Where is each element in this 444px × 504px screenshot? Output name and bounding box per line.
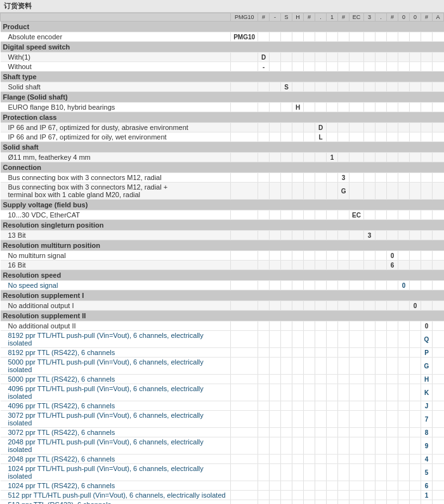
code-cell-col-15: J xyxy=(421,401,433,411)
code-cell-col-14 xyxy=(410,331,421,348)
code-cell-col-9 xyxy=(349,82,364,92)
code-cell-col-2 xyxy=(270,153,281,162)
code-cell-col-12 xyxy=(387,183,398,200)
code-cell-col-12: 6 xyxy=(387,261,398,270)
code-cell-col-0 xyxy=(231,348,258,358)
code-cell-col-4 xyxy=(292,500,304,505)
code-cell-col-9 xyxy=(349,411,364,428)
page: 订货资料 PMG10 # - S H # . 1 # EC 3 . xyxy=(0,0,444,504)
code-cell-col-7 xyxy=(327,301,338,311)
code-cell-col-12 xyxy=(387,62,398,72)
code-cell-col-10 xyxy=(364,428,375,437)
code-cell-col-1 xyxy=(258,231,270,240)
code-cell-col-13 xyxy=(398,153,410,162)
code-cell-col-16 xyxy=(433,411,444,428)
code-cell-col-15 xyxy=(421,153,433,162)
code-cell-col-11 xyxy=(375,123,387,132)
code-cell-col-3 xyxy=(281,231,292,240)
code-cell-col-5 xyxy=(304,384,315,401)
code-cell-col-0 xyxy=(231,428,258,437)
code-cell-col-4 xyxy=(292,123,304,132)
code-cell-col-4 xyxy=(292,464,304,481)
code-cell-col-8 xyxy=(338,251,349,261)
code-cell-col-8 xyxy=(338,464,349,481)
code-cell-col-1 xyxy=(258,491,270,500)
code-cell-col-14 xyxy=(410,321,421,331)
code-cell-col-2 xyxy=(270,62,281,72)
code-cell-col-13 xyxy=(398,53,410,62)
code-cell-col-16 xyxy=(433,384,444,401)
code-cell-col-5 xyxy=(304,491,315,500)
code-cell-col-0 xyxy=(231,301,258,311)
code-cell-col-13 xyxy=(398,437,410,455)
code-cell-col-0 xyxy=(231,281,258,290)
code-cell-col-10 xyxy=(364,358,375,375)
code-cell-col-0 xyxy=(231,82,258,92)
code-cell-col-9 xyxy=(349,153,364,162)
code-cell-col-13: 0 xyxy=(398,281,410,290)
code-cell-col-14 xyxy=(410,261,421,270)
code-cell-col-6 xyxy=(315,173,327,183)
code-cell-col-11 xyxy=(375,210,387,220)
code-cell-col-15 xyxy=(421,132,433,142)
data-table: PMG10 # - S H # . 1 # EC 3 . # 0 0 # A xyxy=(0,13,444,504)
code-cell-col-13 xyxy=(398,411,410,428)
code-cell-col-16 xyxy=(433,153,444,162)
code-cell-col-1 xyxy=(258,82,270,92)
code-cell-col-13 xyxy=(398,173,410,183)
code-cell-col-10 xyxy=(364,261,375,270)
row-label: No multiturn signal xyxy=(1,251,231,261)
code-cell-col-4 xyxy=(292,481,304,491)
code-cell-col-3 xyxy=(281,428,292,437)
code-cell-col-13 xyxy=(398,210,410,220)
code-cell-col-1 xyxy=(258,384,270,401)
row-label: 2048 ppr TTL (RS422), 6 channels xyxy=(1,455,231,464)
code-cell-col-2 xyxy=(270,411,281,428)
page-title: 订货资料 xyxy=(0,0,444,13)
code-cell-col-11 xyxy=(375,301,387,311)
code-cell-col-3 xyxy=(281,500,292,505)
code-cell-col-16 xyxy=(433,231,444,240)
code-cell-col-9: EC xyxy=(349,210,364,220)
code-cell-col-4 xyxy=(292,437,304,455)
code-cell-col-9 xyxy=(349,261,364,270)
table-row: 3072 ppr TTL (RS422), 6 channels8 xyxy=(1,428,444,437)
code-cell-col-14 xyxy=(410,210,421,220)
code-cell-col-9 xyxy=(349,401,364,411)
code-cell-col-6 xyxy=(315,53,327,62)
code-cell-col-5 xyxy=(304,173,315,183)
code-cell-col-12 xyxy=(387,231,398,240)
code-cell-col-2 xyxy=(270,173,281,183)
row-label: 2048 ppr TTL/HTL push-pull (Vin=Vout), 6… xyxy=(1,437,231,455)
table-row: No additional output II0 xyxy=(1,321,444,331)
code-cell-col-12 xyxy=(387,331,398,348)
code-cell-col-4 xyxy=(292,183,304,200)
code-cell-col-10 xyxy=(364,153,375,162)
code-cell-col-12 xyxy=(387,123,398,132)
col-header-12: # xyxy=(387,13,398,22)
code-cell-col-4 xyxy=(292,210,304,220)
row-label: No additional output II xyxy=(1,321,231,331)
code-cell-col-1 xyxy=(258,464,270,481)
code-cell-col-9 xyxy=(349,375,364,384)
code-cell-col-2 xyxy=(270,32,281,42)
code-cell-col-12 xyxy=(387,348,398,358)
code-cell-col-6 xyxy=(315,358,327,375)
code-cell-col-5 xyxy=(304,231,315,240)
code-cell-col-12 xyxy=(387,301,398,311)
code-cell-col-7 xyxy=(327,123,338,132)
section-header-protection: Protection class xyxy=(1,112,444,123)
code-cell-col-11 xyxy=(375,62,387,72)
code-cell-col-1 xyxy=(258,183,270,200)
code-cell-col-0 xyxy=(231,500,258,505)
code-cell-col-14 xyxy=(410,428,421,437)
code-cell-col-8 xyxy=(338,153,349,162)
code-cell-col-5 xyxy=(304,358,315,375)
code-cell-col-2 xyxy=(270,401,281,411)
code-cell-col-14 xyxy=(410,411,421,428)
table-row: 2048 ppr TTL/HTL push-pull (Vin=Vout), 6… xyxy=(1,437,444,455)
code-cell-col-1 xyxy=(258,375,270,384)
table-row: IP 66 and IP 67, optimized for dusty, ab… xyxy=(1,123,444,132)
code-cell-col-10 xyxy=(364,411,375,428)
code-cell-col-2 xyxy=(270,500,281,505)
